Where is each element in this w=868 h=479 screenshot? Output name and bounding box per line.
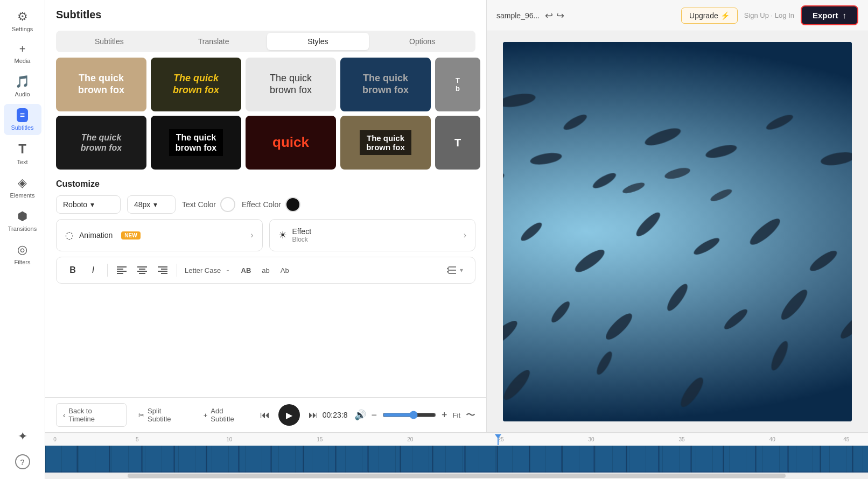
sidebar-item-text[interactable]: T Text [4,137,41,170]
svg-rect-2 [117,271,127,272]
chevron-right-icon: › [250,230,253,240]
format-divider [107,264,108,277]
zoom-controls: 🔊 − + Fit 〜 [354,408,475,421]
sidebar-item-label: Transitions [8,226,37,232]
animation-card[interactable]: ◌ Animation NEW › [56,219,263,251]
back-to-timeline-button[interactable]: ‹ Back to Timeline [56,403,127,427]
zoom-slider[interactable] [382,411,436,419]
sidebar-item-subtitles[interactable]: ≡ Subtitles [4,104,41,135]
lc-ab-button[interactable]: AB [237,264,256,277]
svg-rect-4 [137,266,147,267]
upgrade-label: Upgrade [689,11,718,20]
align-right-button[interactable] [154,262,171,279]
svg-rect-1 [117,269,123,270]
svg-rect-5 [139,269,145,270]
style-card-text: The quickbrown fox [78,129,125,156]
volume-button[interactable]: 🔊 [354,409,366,421]
effect-card[interactable]: ☀ Effect Block › [269,219,476,251]
waveform-button[interactable]: 〜 [466,408,475,421]
sidebar-item-help[interactable]: ? [4,450,41,474]
style-card-4[interactable]: The quickbrown fox [340,58,431,111]
sidebar-item-label: Text [17,159,27,165]
align-center-button[interactable] [134,262,151,279]
chevron-left-icon: ‹ [63,411,65,419]
sidebar-item-sparkle[interactable]: ✦ [4,425,41,448]
fit-button[interactable]: Fit [453,411,460,419]
svg-marker-16 [447,270,449,273]
timeline-video-strip[interactable] [45,446,868,473]
size-select[interactable]: 48px ▾ [127,195,176,214]
horizontal-scrollbar[interactable] [45,473,868,479]
sidebar-item-transitions[interactable]: ⬢ Transitions [4,205,41,236]
fish-background [503,42,852,421]
tab-styles[interactable]: Styles [267,33,369,50]
style-card-7[interactable]: The quickbrown fox [151,116,241,170]
ruler-mark-5: 5 [136,436,139,442]
style-card-text: The quickbrown fox [169,129,223,156]
fish-scene [503,42,852,421]
zoom-out-icon[interactable]: − [372,410,377,421]
customize-font-row: Roboto ▾ 48px ▾ Text Color Effect Color [56,195,475,214]
customize-section: Customize Roboto ▾ 48px ▾ Text Color [45,174,486,397]
effect-label: Effect [292,227,312,236]
sidebar-item-media[interactable]: + Media [4,39,41,68]
align-left-button[interactable] [113,262,130,279]
chevron-down-icon: ▾ [153,200,157,209]
style-card-text: The quickbrown fox [267,69,315,99]
style-card-6[interactable]: The quickbrown fox [56,116,146,170]
rewind-button[interactable]: ⏮ [260,410,270,421]
audio-icon: 🎵 [15,75,30,89]
play-button[interactable]: ▶ [278,404,300,426]
line-spacing-button[interactable]: ▾ [443,263,467,277]
style-cards-row2: The quickbrown fox The quickbrown fox qu… [45,116,486,174]
sidebar-item-filters[interactable]: ◎ Filters [4,238,41,270]
style-card-2[interactable]: The quickbrown fox [151,58,241,111]
sidebar-item-settings[interactable]: ⚙ Settings [4,5,41,37]
effect-color-swatch[interactable] [285,197,300,212]
add-subtitle-button[interactable]: + Add Subtitle [198,404,254,426]
fast-forward-button[interactable]: ⏭ [309,410,318,421]
style-cards-row1: The quickbrown fox The quickbrown fox Th… [45,58,486,116]
sidebar-item-elements[interactable]: ◈ Elements [4,172,41,203]
upgrade-button[interactable]: Upgrade ⚡ [681,8,738,24]
playhead-triangle [495,434,501,439]
font-select[interactable]: Roboto ▾ [56,195,121,214]
sidebar-item-audio[interactable]: 🎵 Audio [4,71,41,102]
style-card-10[interactable]: T [435,116,480,170]
style-card-1[interactable]: The quickbrown fox [56,58,146,111]
tab-translate[interactable]: Translate [163,33,265,50]
style-card-3[interactable]: The quickbrown fox [246,58,336,111]
back-arrow-button[interactable]: ↩ [545,10,553,22]
letter-case-label: Letter Case [185,266,221,274]
timeline-playhead[interactable] [498,434,499,445]
bold-button[interactable]: B [64,262,81,279]
forward-arrow-button[interactable]: ↪ [556,10,564,22]
split-subtitle-button[interactable]: ✂ Split Subtitle [133,404,192,426]
italic-button[interactable]: I [85,262,102,279]
filters-icon: ◎ [17,243,27,257]
tab-subtitles[interactable]: Subtitles [58,33,160,50]
style-card-8[interactable]: quick [246,116,336,170]
panel: Subtitles Subtitles Translate Styles Opt… [45,0,487,432]
svg-marker-15 [447,267,449,270]
text-color-swatch[interactable] [220,197,235,212]
tab-options[interactable]: Options [371,33,473,50]
signup-button[interactable]: Sign Up [744,11,769,19]
export-label: Export [813,11,838,20]
zoom-in-icon[interactable]: + [442,410,447,421]
lc-capitalize-button[interactable]: Ab [276,264,293,277]
export-button[interactable]: Export ↑ [801,5,858,25]
style-card-5[interactable]: Tb [435,58,480,111]
login-button[interactable]: Log In [775,11,794,19]
effect-color-label: Effect Color [242,200,281,209]
sidebar-item-label: Media [15,58,31,64]
lc-lowercase-button[interactable]: ab [257,264,274,277]
ruler-mark-0: 0 [53,436,57,442]
subtitles-icon: ≡ [17,108,28,122]
effect-icon: ☀ [278,229,287,241]
feature-row: ◌ Animation NEW › ☀ Effect Block [56,219,475,251]
size-label: 48px [134,200,150,209]
new-badge: NEW [121,231,140,240]
scrollbar-thumb[interactable] [128,474,786,478]
style-card-9[interactable]: The quickbrown fox [340,116,431,170]
